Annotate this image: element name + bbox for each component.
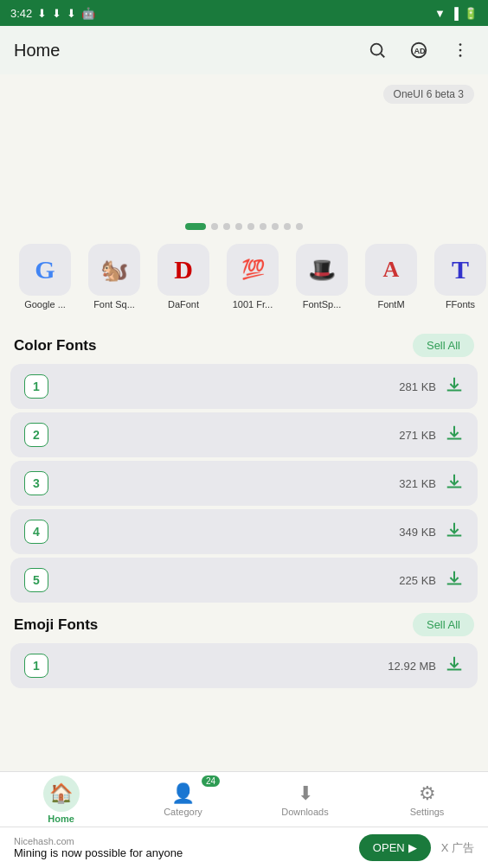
dot-2	[223, 223, 230, 230]
1001fonts-icon-box: 💯	[227, 244, 279, 296]
color-font-row-1[interactable]: 1 281 KB	[10, 364, 478, 409]
settings-icon: ⚙	[419, 782, 436, 805]
color-fonts-sell-all-button[interactable]: Sell All	[413, 334, 474, 357]
ad-close-button[interactable]: X 广告	[441, 840, 474, 856]
dot-1	[211, 223, 218, 230]
app-icon-fontsquirrel[interactable]: 🐿️ Font Sq...	[83, 244, 145, 310]
nav-home[interactable]: 🏠 Home	[0, 772, 122, 827]
fontspace-icon-box: 🎩	[296, 244, 348, 296]
color-font-row-3[interactable]: 3 321 KB	[10, 461, 478, 506]
color-font-row-4[interactable]: 4 349 KB	[10, 509, 478, 554]
download-icon-color-3[interactable]	[445, 472, 464, 495]
download-icon-emoji-1[interactable]	[445, 654, 464, 678]
dot-5	[260, 223, 266, 230]
app-icon-dafont[interactable]: D DaFont	[152, 244, 215, 310]
color-font-num-5: 5	[24, 568, 48, 592]
color-font-size-2: 271 KB	[399, 429, 436, 442]
ad-text-block: Nicehash.com Mining is now possible for …	[14, 836, 349, 859]
fontm-icon-box: A	[365, 244, 417, 296]
android-icon: 🤖	[81, 7, 95, 20]
signal-icon: ▐	[451, 7, 459, 20]
dafont-label: DaFont	[168, 299, 199, 310]
color-font-size-5: 225 KB	[399, 574, 436, 587]
more-options-button[interactable]	[446, 36, 474, 64]
dafont-icon-box: D	[157, 244, 209, 296]
color-font-num-2: 2	[24, 423, 48, 447]
bottom-nav: 🏠 Home 👤 24 Category ⬇ Downloads ⚙ Setti…	[0, 771, 488, 827]
emoji-font-size-1: 12.92 MB	[388, 660, 436, 673]
dot-8	[296, 223, 303, 230]
status-bar: 3:42 ⬇ ⬇ ⬇ 🤖 ▼ ▐ 🔋	[0, 0, 488, 26]
app-icons-row: G Google ... 🐿️ Font Sq... D DaFont 💯 10…	[0, 237, 488, 323]
color-font-row-2[interactable]: 2 271 KB	[10, 412, 478, 457]
nav-home-label: Home	[48, 814, 74, 824]
app-bar: Home AD	[0, 26, 488, 74]
svg-text:AD: AD	[414, 47, 427, 55]
download-icon-color-2[interactable]	[445, 424, 464, 447]
wifi-icon: ▼	[434, 7, 446, 20]
emoji-font-right-1: 12.92 MB	[388, 654, 464, 678]
svg-point-5	[459, 49, 462, 52]
emoji-fonts-list: 1 12.92 MB	[0, 643, 488, 688]
nav-downloads[interactable]: ⬇ Downloads	[244, 772, 366, 827]
svg-line-1	[381, 54, 384, 57]
nav-category[interactable]: 👤 24 Category	[122, 772, 244, 827]
ad-banner: Nicehash.com Mining is now possible for …	[0, 827, 488, 868]
ad-main-text: Mining is now possible for anyone	[14, 846, 349, 859]
emoji-font-num-1: 1	[24, 654, 48, 678]
search-button[interactable]	[363, 36, 391, 64]
battery-icon: 🔋	[464, 7, 478, 20]
oneui-badge-container: OneUI 6 beta 3	[0, 74, 488, 104]
banner-area	[0, 104, 488, 216]
color-font-size-1: 281 KB	[399, 380, 436, 393]
color-font-right-2: 271 KB	[399, 424, 464, 447]
download-icon-color-4[interactable]	[445, 520, 464, 544]
emoji-font-row-1[interactable]: 1 12.92 MB	[10, 643, 478, 688]
google-icon-box: G	[19, 244, 71, 296]
color-font-size-3: 321 KB	[399, 477, 436, 490]
app-icon-ffonts[interactable]: T FFonts	[429, 244, 488, 310]
dot-0	[185, 223, 206, 230]
emoji-fonts-sell-all-button[interactable]: Sell All	[413, 613, 474, 636]
color-font-size-4: 349 KB	[399, 526, 436, 539]
color-fonts-title: Color Fonts	[14, 337, 96, 354]
status-time: 3:42	[10, 7, 32, 20]
home-icon: 🏠	[49, 782, 73, 805]
app-icon-fontspace[interactable]: 🎩 FontSp...	[291, 244, 353, 310]
ffonts-label: FFonts	[446, 299, 475, 310]
nav-settings-label: Settings	[410, 807, 445, 817]
emoji-fonts-header: Emoji Fonts Sell All	[0, 603, 488, 643]
app-icon-google[interactable]: G Google ...	[14, 244, 76, 310]
fontspace-label: FontSp...	[303, 299, 342, 310]
dot-4	[247, 223, 254, 230]
category-badge: 24	[202, 775, 220, 787]
color-font-right-4: 349 KB	[399, 520, 464, 544]
dot-7	[284, 223, 291, 230]
dot-3	[235, 223, 242, 230]
app-icon-fontm[interactable]: A FontM	[360, 244, 422, 310]
download-icon-color-5[interactable]	[445, 569, 464, 592]
google-label: Google ...	[24, 299, 66, 310]
download-icon-1: ⬇	[37, 7, 47, 20]
ad-open-button[interactable]: OPEN ▶	[359, 834, 431, 861]
status-left: 3:42 ⬇ ⬇ ⬇ 🤖	[10, 7, 95, 20]
1001fonts-label: 1001 Fr...	[233, 299, 273, 310]
ad-site: Nicehash.com	[14, 836, 349, 846]
status-right: ▼ ▐ 🔋	[434, 7, 478, 20]
dot-indicators	[0, 216, 488, 237]
color-font-row-5[interactable]: 5 225 KB	[10, 558, 478, 603]
app-icon-1001fonts[interactable]: 💯 1001 Fr...	[222, 244, 284, 310]
oneui-badge: OneUI 6 beta 3	[383, 85, 474, 104]
fontm-label: FontM	[377, 299, 404, 310]
download-icon-color-1[interactable]	[445, 375, 464, 399]
svg-point-6	[459, 54, 462, 57]
download-icon-2: ⬇	[52, 7, 61, 20]
color-font-num-1: 1	[24, 374, 48, 399]
svg-point-0	[371, 44, 382, 55]
color-font-num-4: 4	[24, 520, 48, 544]
color-font-right-3: 321 KB	[399, 472, 464, 495]
page-title: Home	[14, 41, 356, 61]
nav-settings[interactable]: ⚙ Settings	[366, 772, 488, 827]
fontsquirrel-icon-box: 🐿️	[88, 244, 140, 296]
ad-settings-button[interactable]: AD	[405, 36, 433, 64]
